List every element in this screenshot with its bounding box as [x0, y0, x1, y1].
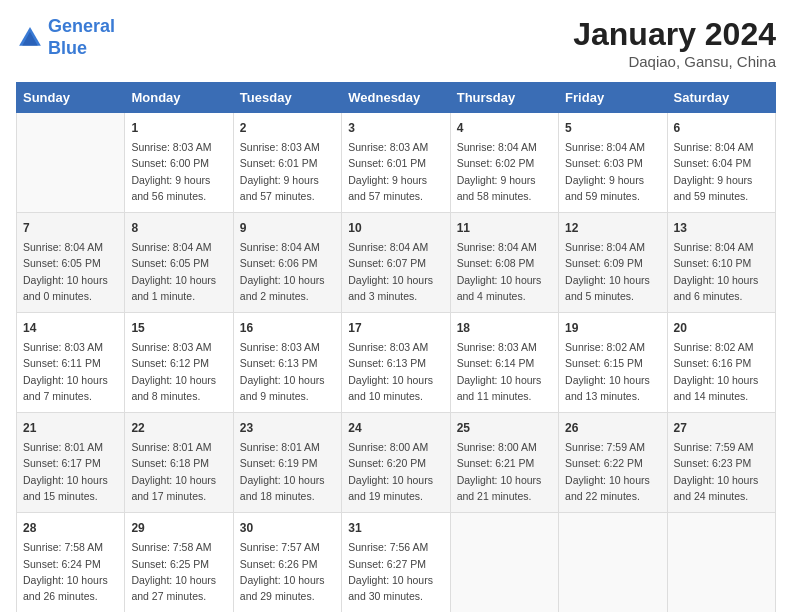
day-number: 11: [457, 219, 552, 237]
day-info: Sunrise: 8:04 AMSunset: 6:02 PMDaylight:…: [457, 139, 552, 204]
header-friday: Friday: [559, 83, 667, 113]
calendar-cell: [667, 513, 775, 612]
page-header: General Blue January 2024 Daqiao, Gansu,…: [16, 16, 776, 70]
calendar-cell: 16Sunrise: 8:03 AMSunset: 6:13 PMDayligh…: [233, 313, 341, 413]
day-info: Sunrise: 8:00 AMSunset: 6:20 PMDaylight:…: [348, 439, 443, 504]
logo: General Blue: [16, 16, 115, 59]
header-saturday: Saturday: [667, 83, 775, 113]
calendar-cell: 20Sunrise: 8:02 AMSunset: 6:16 PMDayligh…: [667, 313, 775, 413]
logo-line1: General: [48, 16, 115, 36]
calendar-cell: [450, 513, 558, 612]
day-number: 10: [348, 219, 443, 237]
day-info: Sunrise: 8:04 AMSunset: 6:10 PMDaylight:…: [674, 239, 769, 304]
day-number: 8: [131, 219, 226, 237]
calendar-cell: 28Sunrise: 7:58 AMSunset: 6:24 PMDayligh…: [17, 513, 125, 612]
day-info: Sunrise: 7:56 AMSunset: 6:27 PMDaylight:…: [348, 539, 443, 604]
day-info: Sunrise: 7:57 AMSunset: 6:26 PMDaylight:…: [240, 539, 335, 604]
day-number: 18: [457, 319, 552, 337]
day-info: Sunrise: 8:02 AMSunset: 6:15 PMDaylight:…: [565, 339, 660, 404]
day-info: Sunrise: 7:59 AMSunset: 6:23 PMDaylight:…: [674, 439, 769, 504]
day-info: Sunrise: 8:03 AMSunset: 6:11 PMDaylight:…: [23, 339, 118, 404]
day-number: 4: [457, 119, 552, 137]
calendar-cell: 9Sunrise: 8:04 AMSunset: 6:06 PMDaylight…: [233, 213, 341, 313]
day-info: Sunrise: 8:01 AMSunset: 6:19 PMDaylight:…: [240, 439, 335, 504]
day-info: Sunrise: 8:03 AMSunset: 6:13 PMDaylight:…: [240, 339, 335, 404]
day-number: 23: [240, 419, 335, 437]
day-number: 27: [674, 419, 769, 437]
logo-icon: [16, 24, 44, 52]
calendar-cell: 11Sunrise: 8:04 AMSunset: 6:08 PMDayligh…: [450, 213, 558, 313]
day-info: Sunrise: 8:03 AMSunset: 6:12 PMDaylight:…: [131, 339, 226, 404]
calendar-cell: 2Sunrise: 8:03 AMSunset: 6:01 PMDaylight…: [233, 113, 341, 213]
day-info: Sunrise: 8:03 AMSunset: 6:00 PMDaylight:…: [131, 139, 226, 204]
day-info: Sunrise: 8:03 AMSunset: 6:01 PMDaylight:…: [348, 139, 443, 204]
day-number: 3: [348, 119, 443, 137]
calendar-week-row: 28Sunrise: 7:58 AMSunset: 6:24 PMDayligh…: [17, 513, 776, 612]
day-number: 15: [131, 319, 226, 337]
calendar-cell: 31Sunrise: 7:56 AMSunset: 6:27 PMDayligh…: [342, 513, 450, 612]
calendar-cell: 23Sunrise: 8:01 AMSunset: 6:19 PMDayligh…: [233, 413, 341, 513]
day-info: Sunrise: 8:04 AMSunset: 6:09 PMDaylight:…: [565, 239, 660, 304]
day-number: 6: [674, 119, 769, 137]
day-number: 30: [240, 519, 335, 537]
day-number: 31: [348, 519, 443, 537]
calendar-cell: 15Sunrise: 8:03 AMSunset: 6:12 PMDayligh…: [125, 313, 233, 413]
calendar-cell: 6Sunrise: 8:04 AMSunset: 6:04 PMDaylight…: [667, 113, 775, 213]
day-info: Sunrise: 8:00 AMSunset: 6:21 PMDaylight:…: [457, 439, 552, 504]
calendar-cell: 7Sunrise: 8:04 AMSunset: 6:05 PMDaylight…: [17, 213, 125, 313]
day-number: 25: [457, 419, 552, 437]
calendar-cell: 22Sunrise: 8:01 AMSunset: 6:18 PMDayligh…: [125, 413, 233, 513]
day-info: Sunrise: 8:04 AMSunset: 6:05 PMDaylight:…: [23, 239, 118, 304]
day-info: Sunrise: 8:04 AMSunset: 6:04 PMDaylight:…: [674, 139, 769, 204]
header-sunday: Sunday: [17, 83, 125, 113]
calendar-cell: 17Sunrise: 8:03 AMSunset: 6:13 PMDayligh…: [342, 313, 450, 413]
calendar-cell: 3Sunrise: 8:03 AMSunset: 6:01 PMDaylight…: [342, 113, 450, 213]
calendar-table: SundayMondayTuesdayWednesdayThursdayFrid…: [16, 82, 776, 612]
calendar-cell: 4Sunrise: 8:04 AMSunset: 6:02 PMDaylight…: [450, 113, 558, 213]
day-number: 1: [131, 119, 226, 137]
calendar-week-row: 7Sunrise: 8:04 AMSunset: 6:05 PMDaylight…: [17, 213, 776, 313]
calendar-cell: 10Sunrise: 8:04 AMSunset: 6:07 PMDayligh…: [342, 213, 450, 313]
calendar-cell: 24Sunrise: 8:00 AMSunset: 6:20 PMDayligh…: [342, 413, 450, 513]
day-number: 12: [565, 219, 660, 237]
day-number: 26: [565, 419, 660, 437]
day-info: Sunrise: 8:04 AMSunset: 6:05 PMDaylight:…: [131, 239, 226, 304]
header-tuesday: Tuesday: [233, 83, 341, 113]
header-thursday: Thursday: [450, 83, 558, 113]
calendar-cell: 13Sunrise: 8:04 AMSunset: 6:10 PMDayligh…: [667, 213, 775, 313]
calendar-subtitle: Daqiao, Gansu, China: [573, 53, 776, 70]
day-number: 28: [23, 519, 118, 537]
day-number: 16: [240, 319, 335, 337]
day-info: Sunrise: 8:02 AMSunset: 6:16 PMDaylight:…: [674, 339, 769, 404]
day-number: 13: [674, 219, 769, 237]
day-number: 14: [23, 319, 118, 337]
calendar-cell: [17, 113, 125, 213]
calendar-week-row: 21Sunrise: 8:01 AMSunset: 6:17 PMDayligh…: [17, 413, 776, 513]
calendar-cell: 27Sunrise: 7:59 AMSunset: 6:23 PMDayligh…: [667, 413, 775, 513]
header-monday: Monday: [125, 83, 233, 113]
day-number: 29: [131, 519, 226, 537]
calendar-week-row: 14Sunrise: 8:03 AMSunset: 6:11 PMDayligh…: [17, 313, 776, 413]
title-block: January 2024 Daqiao, Gansu, China: [573, 16, 776, 70]
day-number: 2: [240, 119, 335, 137]
day-number: 7: [23, 219, 118, 237]
calendar-header-row: SundayMondayTuesdayWednesdayThursdayFrid…: [17, 83, 776, 113]
day-info: Sunrise: 8:04 AMSunset: 6:08 PMDaylight:…: [457, 239, 552, 304]
calendar-cell: 14Sunrise: 8:03 AMSunset: 6:11 PMDayligh…: [17, 313, 125, 413]
calendar-cell: 29Sunrise: 7:58 AMSunset: 6:25 PMDayligh…: [125, 513, 233, 612]
calendar-cell: 30Sunrise: 7:57 AMSunset: 6:26 PMDayligh…: [233, 513, 341, 612]
day-number: 19: [565, 319, 660, 337]
calendar-title: January 2024: [573, 16, 776, 53]
day-info: Sunrise: 8:03 AMSunset: 6:14 PMDaylight:…: [457, 339, 552, 404]
day-info: Sunrise: 7:59 AMSunset: 6:22 PMDaylight:…: [565, 439, 660, 504]
day-info: Sunrise: 7:58 AMSunset: 6:24 PMDaylight:…: [23, 539, 118, 604]
calendar-cell: 5Sunrise: 8:04 AMSunset: 6:03 PMDaylight…: [559, 113, 667, 213]
day-number: 5: [565, 119, 660, 137]
calendar-cell: 18Sunrise: 8:03 AMSunset: 6:14 PMDayligh…: [450, 313, 558, 413]
calendar-cell: 19Sunrise: 8:02 AMSunset: 6:15 PMDayligh…: [559, 313, 667, 413]
day-info: Sunrise: 7:58 AMSunset: 6:25 PMDaylight:…: [131, 539, 226, 604]
calendar-cell: 8Sunrise: 8:04 AMSunset: 6:05 PMDaylight…: [125, 213, 233, 313]
day-info: Sunrise: 8:04 AMSunset: 6:03 PMDaylight:…: [565, 139, 660, 204]
calendar-cell: 21Sunrise: 8:01 AMSunset: 6:17 PMDayligh…: [17, 413, 125, 513]
logo-line2: Blue: [48, 38, 87, 58]
